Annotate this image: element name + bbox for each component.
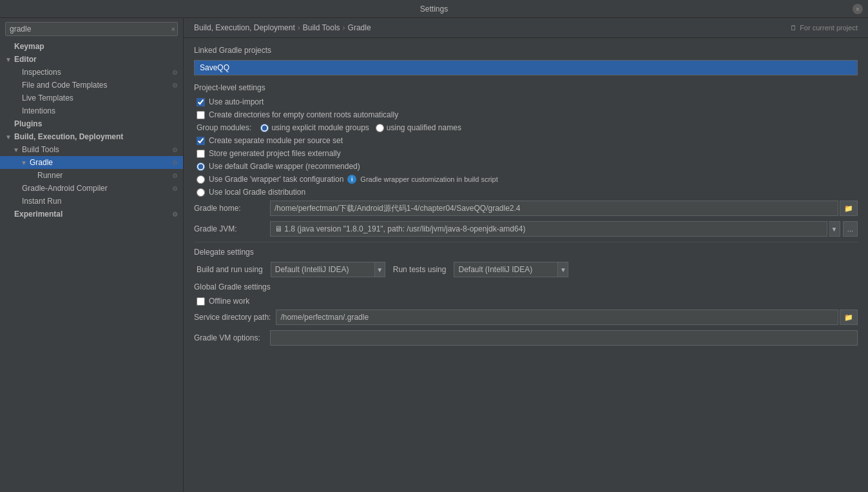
group-modules-row: Group modules: using explicit module gro… xyxy=(194,123,858,132)
use-auto-import-label[interactable]: Use auto-import xyxy=(209,97,264,106)
create-separate-module-label[interactable]: Create separate module per source set xyxy=(209,136,343,145)
linked-projects-list: SaveQQ xyxy=(194,60,858,75)
group-modules-label: Group modules: xyxy=(197,123,251,132)
radio-explicit-label[interactable]: using explicit module groups xyxy=(271,123,369,132)
service-dir-input[interactable] xyxy=(276,310,838,325)
close-button[interactable]: × xyxy=(853,4,863,14)
radio-qualified-label[interactable]: using qualified names xyxy=(387,123,461,132)
sidebar-item-experimental[interactable]: Experimental⚙ xyxy=(0,208,183,221)
radio-default-wrapper-label[interactable]: Use default Gradle wrapper (recommended) xyxy=(209,162,360,171)
breadcrumb-part-2: Build Tools xyxy=(303,23,340,32)
sidebar-item-build-execution-deployment[interactable]: ▼Build, Execution, Deployment xyxy=(0,130,183,143)
search-input[interactable] xyxy=(5,22,178,36)
breadcrumb: Build, Execution, Deployment › Build Too… xyxy=(184,18,868,38)
radio-wrapper-task-label[interactable]: Use Gradle 'wrapper' task configuration xyxy=(209,175,343,184)
run-tests-arrow-icon[interactable]: ▼ xyxy=(557,262,568,277)
create-directories-row: Create directories for empty content roo… xyxy=(194,110,858,119)
gradle-home-browse-btn[interactable]: 📁 xyxy=(840,201,858,216)
gradle-home-label: Gradle home: xyxy=(194,204,265,213)
run-tests-label: Run tests using xyxy=(393,265,447,274)
store-generated-label[interactable]: Store generated project files externally xyxy=(209,149,341,158)
offline-work-checkbox[interactable] xyxy=(197,297,205,306)
build-run-label: Build and run using xyxy=(197,265,263,274)
linked-projects-title: Linked Gradle projects xyxy=(194,46,858,55)
create-directories-checkbox[interactable] xyxy=(197,111,205,119)
sidebar-item-label: Experimental xyxy=(14,210,63,219)
radio-default-wrapper[interactable] xyxy=(197,162,205,171)
sidebar-item-label: File and Code Templates xyxy=(22,81,108,90)
gradle-home-input[interactable] xyxy=(270,201,838,216)
gradle-wrapper-default-row: Use default Gradle wrapper (recommended) xyxy=(194,162,858,171)
radio-wrapper-task[interactable] xyxy=(197,175,205,184)
service-dir-input-wrap: 📁 xyxy=(276,310,858,325)
create-directories-label[interactable]: Create directories for empty content roo… xyxy=(209,110,398,119)
sidebar-item-editor[interactable]: ▼Editor xyxy=(0,53,183,66)
gear-icon: ⚙ xyxy=(172,69,178,76)
offline-work-row: Offline work xyxy=(194,297,858,306)
sidebar-item-label: Keymap xyxy=(14,42,44,51)
gradle-wrapper-info: Gradle wrapper customization in build sc… xyxy=(360,175,497,183)
sidebar-item-keymap[interactable]: Keymap xyxy=(0,40,183,53)
gear-icon: ⚙ xyxy=(172,159,178,166)
delegate-row: Build and run using Default (IntelliJ ID… xyxy=(194,262,858,277)
service-dir-label: Service directory path: xyxy=(194,313,271,322)
global-gradle-title: Global Gradle settings xyxy=(194,282,858,291)
sidebar-item-build-tools[interactable]: ▼Build Tools⚙ xyxy=(0,143,183,156)
gradle-jvm-label: Gradle JVM: xyxy=(194,224,265,233)
radio-local[interactable] xyxy=(197,188,205,197)
jvm-select-arrow-icon[interactable]: ▼ xyxy=(829,221,840,237)
gear-icon: ⚙ xyxy=(172,185,178,192)
info-icon[interactable]: i xyxy=(347,175,356,184)
gradle-jvm-select[interactable]: 🖥 1.8 (java version "1.8.0_191", path: /… xyxy=(270,221,827,237)
sidebar-item-label: Editor xyxy=(14,55,37,64)
sidebar-item-gradle-android-compiler[interactable]: Gradle-Android Compiler⚙ xyxy=(0,182,183,195)
sidebar-item-label: Instant Run xyxy=(22,197,61,206)
service-dir-browse-btn[interactable]: 📁 xyxy=(840,310,858,325)
radio-qualified: using qualified names xyxy=(376,123,461,132)
sidebar-item-label: Plugins xyxy=(14,119,42,128)
content-area: Linked Gradle projects SaveQQ Project-le… xyxy=(184,38,868,492)
run-tests-select[interactable]: Default (IntelliJ IDEA) xyxy=(454,262,557,277)
gradle-jvm-row: Gradle JVM: 🖥 1.8 (java version "1.8.0_1… xyxy=(194,221,858,237)
store-generated-row: Store generated project files externally xyxy=(194,149,858,158)
window-title: Settings xyxy=(420,5,448,14)
sidebar-item-intentions[interactable]: Intentions xyxy=(0,104,183,117)
sidebar-item-runner[interactable]: Runner⚙ xyxy=(0,169,183,182)
create-separate-module-row: Create separate module per source set xyxy=(194,136,858,145)
sidebar-item-label: Gradle xyxy=(30,158,53,167)
use-auto-import-checkbox[interactable] xyxy=(197,98,205,106)
gradle-vm-input[interactable] xyxy=(270,330,858,346)
tree-arrow-icon: ▼ xyxy=(21,159,28,166)
breadcrumb-sep-2: › xyxy=(343,23,345,32)
breadcrumb-note: 🗒 For current project xyxy=(790,24,858,32)
create-separate-module-checkbox[interactable] xyxy=(197,137,205,145)
run-tests-select-wrap: Default (IntelliJ IDEA) ▼ xyxy=(454,262,568,277)
offline-work-label[interactable]: Offline work xyxy=(209,297,249,306)
sidebar-item-label: Intentions xyxy=(22,106,55,115)
sidebar-item-label: Inspections xyxy=(22,68,61,77)
jvm-dots-button[interactable]: ... xyxy=(843,221,858,237)
gear-icon: ⚙ xyxy=(172,211,178,218)
search-clear-icon[interactable]: × xyxy=(171,25,175,33)
radio-explicit-input[interactable] xyxy=(260,124,269,132)
sidebar-items: Keymap▼EditorInspections⚙File and Code T… xyxy=(0,40,183,221)
store-generated-checkbox[interactable] xyxy=(197,150,205,158)
tree-arrow-icon: ▼ xyxy=(13,146,21,153)
sidebar-item-gradle[interactable]: ▼Gradle⚙ xyxy=(0,156,183,169)
radio-local-label[interactable]: Use local Gradle distribution xyxy=(209,188,305,197)
sidebar-item-instant-run[interactable]: Instant Run xyxy=(0,195,183,208)
linked-project-item[interactable]: SaveQQ xyxy=(195,61,857,75)
build-run-arrow-icon[interactable]: ▼ xyxy=(374,262,385,277)
gear-icon: ⚙ xyxy=(172,172,178,179)
sidebar-item-live-templates[interactable]: Live Templates xyxy=(0,92,183,104)
build-run-select[interactable]: Default (IntelliJ IDEA) xyxy=(271,262,374,277)
sidebar-item-file-code-templates[interactable]: File and Code Templates⚙ xyxy=(0,79,183,92)
sidebar-item-label: Live Templates xyxy=(22,93,73,103)
note-icon: 🗒 xyxy=(790,24,797,32)
gear-icon: ⚙ xyxy=(172,82,178,89)
tree-arrow-icon: ▼ xyxy=(5,56,13,63)
radio-qualified-input[interactable] xyxy=(376,124,384,132)
sidebar-item-plugins[interactable]: Plugins xyxy=(0,117,183,130)
content-panel: Build, Execution, Deployment › Build Too… xyxy=(184,18,868,492)
sidebar-item-inspections[interactable]: Inspections⚙ xyxy=(0,66,183,79)
